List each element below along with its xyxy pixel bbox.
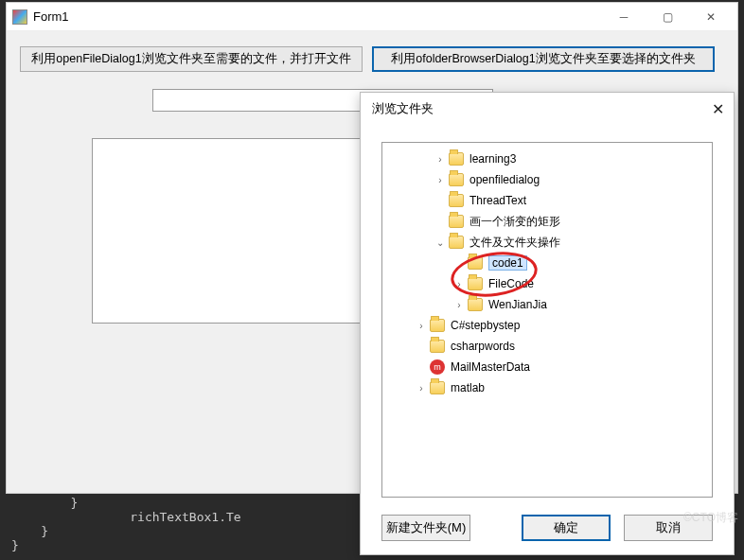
tree-node[interactable]: ›learning3 xyxy=(388,149,708,169)
tree-node-label: FileCode xyxy=(488,277,534,290)
folder-tree[interactable]: ›learning3›openfiledialogThreadText画一个渐变… xyxy=(382,143,712,497)
chevron-right-icon[interactable]: › xyxy=(434,154,447,165)
tree-node[interactable]: ThreadText xyxy=(388,190,708,211)
tree-node-label: code1 xyxy=(488,255,527,271)
browse-folder-dialog: 浏览文件夹 ✕ ›learning3›openfiledialogThreadT… xyxy=(360,92,735,555)
chevron-right-icon[interactable]: › xyxy=(434,175,447,185)
dialog-titlebar: 浏览文件夹 ✕ xyxy=(361,93,734,125)
tree-node[interactable]: ›openfiledialog xyxy=(388,169,708,190)
folder-icon xyxy=(430,319,445,332)
folder-icon xyxy=(468,298,483,311)
watermark: ©CTO博客 xyxy=(683,510,738,526)
folder-icon xyxy=(468,256,483,270)
maximize-button[interactable]: ▢ xyxy=(647,4,688,30)
tree-node-label: csharpwords xyxy=(451,340,515,353)
tree-node[interactable]: ›matlab xyxy=(388,377,708,398)
folder-icon xyxy=(449,194,464,207)
tree-node-label: openfiledialog xyxy=(469,173,540,186)
form1-app-icon xyxy=(12,9,27,25)
tree-node-label: 画一个渐变的矩形 xyxy=(469,214,560,230)
folder-icon xyxy=(449,236,464,249)
open-file-button[interactable]: 利用openFileDialog1浏览文件夹至需要的文件，并打开文件 xyxy=(20,46,363,72)
chevron-right-icon[interactable]: › xyxy=(452,279,466,289)
dialog-close-icon[interactable]: ✕ xyxy=(712,100,724,118)
chevron-right-icon[interactable]: › xyxy=(415,383,428,394)
minimize-button[interactable]: ─ xyxy=(603,4,645,30)
mail-master-icon: m xyxy=(430,359,445,375)
new-folder-button[interactable]: 新建文件夹(M) xyxy=(381,515,470,541)
tree-node[interactable]: code1 xyxy=(388,253,708,273)
folder-icon xyxy=(449,173,464,186)
folder-icon xyxy=(449,215,464,228)
chevron-right-icon[interactable]: › xyxy=(452,300,466,310)
close-button[interactable]: ✕ xyxy=(690,4,732,30)
tree-node-label: learning3 xyxy=(469,152,516,166)
folder-icon xyxy=(468,277,483,290)
tree-node[interactable]: ›WenJianJia xyxy=(388,294,708,315)
ok-button[interactable]: 确定 xyxy=(522,515,611,541)
tree-node-label: C#stepbystep xyxy=(451,319,520,332)
tree-node-label: matlab xyxy=(451,381,485,394)
tree-node[interactable]: ›FileCode xyxy=(388,273,708,294)
tree-node[interactable]: ›C#stepbystep xyxy=(388,315,708,336)
browse-folder-button[interactable]: 利用ofolderBrowserDialog1浏览文件夹至要选择的文件夹 xyxy=(372,46,715,72)
tree-node-label: ThreadText xyxy=(469,194,526,207)
tree-node-label: 文件及文件夹操作 xyxy=(469,235,560,251)
background-code: } richTextBox1.Te } } xyxy=(11,496,241,552)
form1-titlebar: Form1 ─ ▢ ✕ xyxy=(7,3,737,31)
tree-node[interactable]: 画一个渐变的矩形 xyxy=(388,211,708,232)
tree-node[interactable]: mMailMasterData xyxy=(388,357,708,377)
folder-tree-panel: ›learning3›openfiledialogThreadText画一个渐变… xyxy=(381,142,713,498)
tree-node[interactable]: csharpwords xyxy=(388,336,708,357)
richtextbox[interactable] xyxy=(92,138,378,324)
tree-node-label: WenJianJia xyxy=(488,298,547,311)
folder-icon xyxy=(449,152,464,166)
dialog-title: 浏览文件夹 xyxy=(372,100,434,117)
tree-node[interactable]: ⌄文件及文件夹操作 xyxy=(388,232,708,253)
chevron-down-icon[interactable]: ⌄ xyxy=(434,237,447,248)
form1-title: Form1 xyxy=(33,9,603,24)
folder-icon xyxy=(430,381,445,394)
tree-node-label: MailMasterData xyxy=(451,360,530,374)
folder-icon xyxy=(430,340,445,353)
chevron-right-icon[interactable]: › xyxy=(415,321,428,331)
